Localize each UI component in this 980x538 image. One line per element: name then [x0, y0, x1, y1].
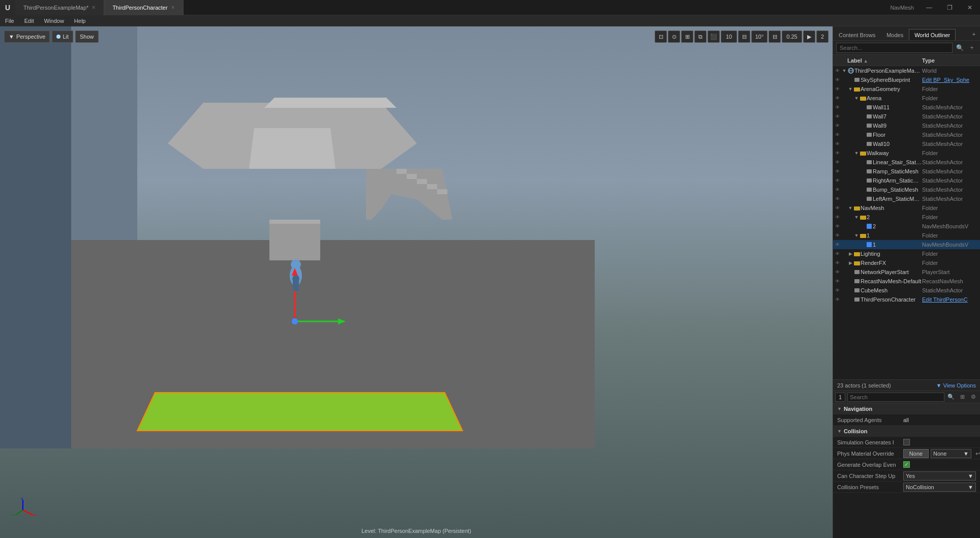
phys-mat-back-icon[interactable]: ↩ — [973, 449, 980, 458]
vis-icon-5[interactable]: 👁 — [833, 112, 841, 121]
expand-icon-21[interactable]: ▶ — [847, 258, 853, 267]
expand-icon-15[interactable]: ▼ — [847, 203, 853, 213]
vis-icon-3[interactable]: 👁 — [833, 94, 841, 103]
outliner-item-25[interactable]: 👁ThirdPersonCharacterEdit ThirdPersonC — [833, 295, 980, 304]
outliner-item-8[interactable]: 👁Wall10StaticMeshActor — [833, 139, 980, 148]
scale-val-btn[interactable]: 0.25 — [782, 31, 802, 43]
vis-icon-6[interactable]: 👁 — [833, 121, 841, 130]
vis-icon-14[interactable]: 👁 — [833, 194, 841, 203]
expand-icon-18[interactable]: ▼ — [853, 231, 860, 240]
tab-third-person-char[interactable]: ThirdPersonCharacter ✕ — [104, 0, 183, 15]
outliner-item-9[interactable]: 👁▼WalkwayFolder — [833, 148, 980, 158]
collision-section-header[interactable]: ▼ Collision — [833, 426, 980, 437]
vis-icon-18[interactable]: 👁 — [833, 231, 841, 240]
vis-icon-19[interactable]: 👁 — [833, 240, 841, 249]
expand-icon-20[interactable]: ▶ — [847, 249, 853, 258]
vis-icon-10[interactable]: 👁 — [833, 158, 841, 167]
expand-icon-9[interactable]: ▼ — [853, 148, 860, 158]
angle-val-btn[interactable]: 10° — [751, 31, 768, 43]
navigation-section-header[interactable]: ▼ Navigation — [833, 403, 980, 414]
outliner-item-5[interactable]: 👁Wall7StaticMeshActor — [833, 112, 980, 121]
viewport[interactable]: ▼ Perspective Lit Show ⊡ ⊙ ⊞ ⧉ ⬛ 10 ⊟ 10… — [0, 26, 833, 538]
add-actor-btn[interactable]: + — [968, 28, 980, 40]
outliner-item-11[interactable]: 👁Ramp_StaticMeshStaticMeshActor — [833, 167, 980, 176]
outliner-add-icon[interactable]: + — [967, 43, 977, 53]
menu-edit[interactable]: Edit — [19, 15, 39, 26]
close-button[interactable]: ✕ — [960, 0, 980, 15]
outliner-item-6[interactable]: 👁Wall9StaticMeshActor — [833, 121, 980, 130]
outliner-list[interactable]: 👁▼ThirdPersonExampleMap (Editor)World👁Sk… — [833, 66, 980, 379]
transform-icon-btn[interactable]: ⊡ — [655, 31, 667, 43]
details-settings-icon[interactable]: ⚙ — [969, 393, 978, 402]
vis-icon-15[interactable]: 👁 — [833, 203, 841, 213]
phys-mat-dropdown[interactable]: None ▼ — [931, 449, 971, 458]
outliner-item-16[interactable]: 👁▼2Folder — [833, 213, 980, 222]
outliner-item-24[interactable]: 👁CubeMeshStaticMeshActor — [833, 286, 980, 295]
cam-speed-btn[interactable]: ▶ — [803, 31, 815, 43]
minimize-button[interactable]: — — [919, 0, 939, 15]
outliner-item-20[interactable]: 👁▶LightingFolder — [833, 249, 980, 258]
menu-window[interactable]: Window — [39, 15, 69, 26]
outliner-item-14[interactable]: 👁LeftArm_StaticMeshStaticMeshActor — [833, 194, 980, 203]
char-step-dropdown[interactable]: Yes ▼ — [903, 471, 976, 481]
vis-icon-2[interactable]: 👁 — [833, 84, 841, 94]
outliner-item-22[interactable]: 👁NetworkPlayerStartPlayerStart — [833, 267, 980, 277]
vis-icon-16[interactable]: 👁 — [833, 213, 841, 222]
vis-icon-7[interactable]: 👁 — [833, 130, 841, 139]
vis-icon-25[interactable]: 👁 — [833, 295, 841, 304]
details-search-input[interactable] — [847, 393, 944, 402]
tab-modes[interactable]: Modes — [881, 29, 909, 40]
show-button[interactable]: Show — [75, 31, 99, 43]
scale-snap-btn[interactable]: ⊟ — [769, 31, 781, 43]
vis-icon-20[interactable]: 👁 — [833, 249, 841, 258]
outliner-item-12[interactable]: 👁RightArm_StaticMeshStaticMeshActor — [833, 176, 980, 185]
outliner-search-input[interactable] — [836, 43, 953, 53]
expand-icon-0[interactable]: ▼ — [841, 66, 847, 75]
outliner-item-4[interactable]: 👁Wall11StaticMeshActor — [833, 103, 980, 112]
vis-icon-24[interactable]: 👁 — [833, 286, 841, 295]
outliner-item-18[interactable]: 👁▼1Folder — [833, 231, 980, 240]
world-local-btn[interactable]: ⧉ — [694, 31, 707, 43]
outliner-item-1[interactable]: 👁SkySphereBlueprintEdit BP_Sky_Sphe — [833, 75, 980, 84]
vis-icon-17[interactable]: 👁 — [833, 222, 841, 231]
gen-overlap-checkbox[interactable]: ✓ — [903, 461, 910, 468]
outliner-search-icon[interactable]: 🔍 — [955, 43, 965, 53]
outliner-item-15[interactable]: 👁▼NavMeshFolder — [833, 203, 980, 213]
outliner-item-0[interactable]: 👁▼ThirdPersonExampleMap (Editor)World — [833, 66, 980, 75]
tab-close-icon[interactable]: ✕ — [91, 5, 96, 10]
details-search-icon[interactable]: 🔍 — [946, 393, 956, 402]
details-num-input[interactable] — [835, 393, 845, 402]
surface-snap-btn[interactable]: ⬛ — [708, 31, 720, 43]
tab-content-browser[interactable]: Content Brows — [833, 29, 881, 40]
outliner-item-19[interactable]: 👁1NavMeshBoundsV — [833, 240, 980, 249]
vis-icon-4[interactable]: 👁 — [833, 103, 841, 112]
outliner-item-7[interactable]: 👁FloorStaticMeshActor — [833, 130, 980, 139]
vis-icon-9[interactable]: 👁 — [833, 148, 841, 158]
vis-icon-23[interactable]: 👁 — [833, 277, 841, 286]
vis-icon-13[interactable]: 👁 — [833, 185, 841, 194]
vis-icon-11[interactable]: 👁 — [833, 167, 841, 176]
expand-icon-3[interactable]: ▼ — [853, 94, 860, 103]
grid-snap-btn[interactable]: 10 — [721, 31, 737, 43]
outliner-item-2[interactable]: 👁▼ArenaGeometryFolder — [833, 84, 980, 94]
item-type-1[interactable]: Edit BP_Sky_Sphe — [922, 77, 978, 83]
tab-world-outliner[interactable]: World Outliner — [909, 29, 956, 40]
maximize-button[interactable]: ❐ — [939, 0, 960, 15]
outliner-item-23[interactable]: 👁RecastNavMesh-DefaultRecastNavMesh — [833, 277, 980, 286]
vis-icon-1[interactable]: 👁 — [833, 75, 841, 84]
perspective-button[interactable]: ▼ Perspective — [4, 31, 50, 43]
expand-icon-16[interactable]: ▼ — [853, 213, 860, 222]
menu-help[interactable]: Help — [69, 15, 91, 26]
outliner-item-21[interactable]: 👁▶RenderFXFolder — [833, 258, 980, 267]
details-grid-view-icon[interactable]: ⊞ — [958, 393, 967, 402]
vis-icon-22[interactable]: 👁 — [833, 267, 841, 277]
angle-snap-btn[interactable]: ⊟ — [738, 31, 750, 43]
tab-third-person-map[interactable]: ThirdPersonExampleMap* ✕ — [15, 0, 104, 15]
expand-icon-2[interactable]: ▼ — [847, 84, 853, 94]
sim-gen-checkbox[interactable] — [903, 439, 910, 445]
col-presets-dropdown[interactable]: NoCollision ▼ — [903, 483, 976, 492]
vis-icon-21[interactable]: 👁 — [833, 258, 841, 267]
vis-icon-8[interactable]: 👁 — [833, 139, 841, 148]
outliner-item-10[interactable]: 👁Linear_Stair_StaticMeshStaticMeshActor — [833, 158, 980, 167]
view-options-button[interactable]: ▼ View Options — [936, 382, 976, 388]
